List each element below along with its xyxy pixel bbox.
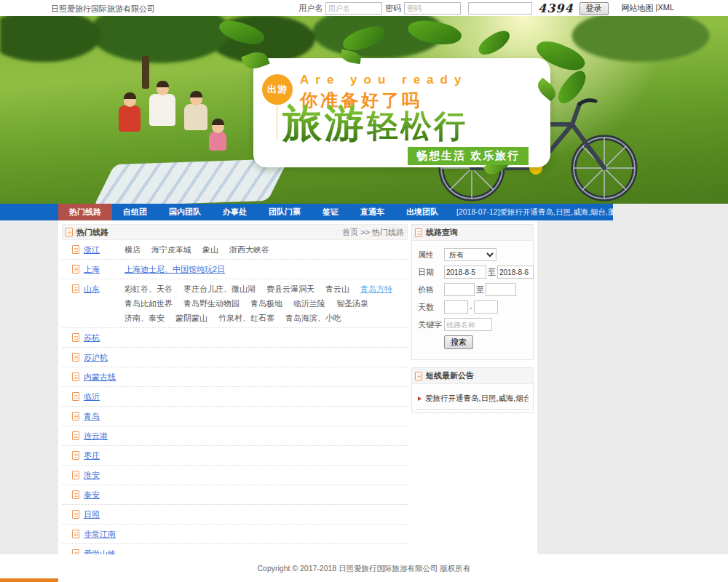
route-row: 临沂 (62, 387, 408, 407)
nav-item-2[interactable]: 国内团队 (158, 204, 212, 220)
region-link[interactable]: 日照 (84, 509, 124, 520)
route-subitems: 横店海宁皮革城象山浙西大峡谷 (124, 244, 408, 255)
route-subitem[interactable]: 彩虹谷、天谷 (124, 284, 173, 295)
content-area: 热门线路 首页 >> 热门线路 浙江横店海宁皮革城象山浙西大峡谷上海上海迪士尼、… (58, 220, 537, 554)
sidebar: 线路查询 属性 所有 日期 至 价格 至 (411, 224, 534, 551)
search-button[interactable]: 搜索 (444, 335, 473, 349)
footer: Copyright © 2017-2018 日照爱旅行国际旅游有限公司 版权所有 (0, 554, 728, 582)
nav-item-1[interactable]: 自组团 (112, 204, 158, 220)
region-link[interactable]: 内蒙古线 (84, 372, 124, 383)
route-subitem[interactable]: 横店 (124, 244, 141, 255)
route-row: 苏沪杭 (62, 348, 408, 367)
route-subitem[interactable]: 上海迪士尼、中国馆纯玩2日 (124, 264, 225, 275)
date-from-input[interactable] (444, 266, 486, 279)
days-label: 天数 (418, 302, 444, 313)
document-icon (72, 392, 79, 401)
region-link[interactable]: 泰安 (84, 490, 124, 501)
hero-card: 出游 Are you ready 你准备好了吗 旅游 轻松行 畅想生活 欢乐旅行 (253, 58, 550, 167)
document-icon (72, 510, 79, 519)
top-bar: 日照爱旅行国际旅游有限公司 用户名 密码 4394 登录 网站地图 |XML (0, 0, 728, 16)
region-link[interactable]: 连云港 (84, 431, 124, 442)
days-from-input[interactable] (444, 300, 468, 314)
route-row: 枣庄 (62, 446, 408, 466)
route-row: 泰安 (62, 485, 408, 505)
route-subitem[interactable]: 费县云瀑洞天 (266, 284, 314, 295)
breadcrumb[interactable]: 首页 >> 热门线路 (342, 227, 404, 238)
notice-item: 爱旅行开通青岛,日照,威海,烟台,蓬莱... (416, 390, 529, 410)
nav-item-3[interactable]: 办事处 (212, 204, 258, 220)
route-subitem[interactable]: 竹泉村、红石寨 (218, 313, 274, 324)
route-subitem[interactable]: 浙西大峡谷 (229, 244, 269, 255)
footer-accent-bar (0, 578, 58, 582)
keyword-input[interactable] (444, 318, 492, 331)
nav-news-ticker[interactable]: [2018-07-12]爱旅行开通青岛,日照,威海,烟台,蓬莱,连云港金品五日.… (456, 204, 613, 220)
nav-items: 热门线路自组团国内团队办事处团队门票签证直通车出境团队 (58, 204, 449, 220)
price-label: 价格 (418, 284, 444, 295)
document-icon (72, 412, 79, 420)
copyright-text: Copyright © 2017-2018 日照爱旅行国际旅游有限公司 版权所有 (0, 564, 728, 574)
route-subitem[interactable]: 智圣汤泉 (336, 298, 368, 309)
notice-link[interactable]: 爱旅行开通青岛,日照,威海,烟台,蓬莱... (425, 394, 529, 404)
attribute-select[interactable]: 所有 (444, 248, 496, 261)
region-link[interactable]: 青岛 (84, 411, 124, 422)
captcha-input[interactable] (468, 2, 532, 15)
hero-tagline-en: Are you ready (300, 73, 467, 87)
region-link[interactable]: 枣庄 (84, 450, 124, 461)
xml-link[interactable]: |XML (656, 3, 674, 14)
nav-item-4[interactable]: 团队门票 (258, 204, 312, 220)
route-subitem[interactable]: 青岛方特 (360, 284, 392, 295)
keyword-label: 关键字 (418, 319, 444, 330)
sitemap-link[interactable]: 网站地图 (622, 3, 654, 14)
route-subitem[interactable]: 蒙阴蒙山 (175, 313, 207, 324)
route-row: 日照 (62, 505, 408, 525)
route-subitem[interactable]: 青岛极地 (250, 298, 282, 309)
route-row: 浙江横店海宁皮革城象山浙西大峡谷 (62, 240, 408, 260)
price-to-label: 至 (476, 284, 484, 295)
route-row: 上海上海迪士尼、中国馆纯玩2日 (62, 260, 408, 279)
region-link[interactable]: 浙江 (84, 244, 124, 255)
password-input[interactable] (404, 2, 461, 15)
region-link[interactable]: 淮安 (84, 470, 124, 481)
nav-item-5[interactable]: 签证 (312, 204, 349, 220)
route-search-title: 线路查询 (426, 227, 458, 238)
route-subitems: 上海迪士尼、中国馆纯玩2日 (124, 264, 408, 275)
price-from-input[interactable] (444, 283, 475, 296)
nav-item-0[interactable]: 热门线路 (58, 204, 112, 220)
document-icon (415, 372, 422, 380)
nav-item-6[interactable]: 直通车 (349, 204, 395, 220)
route-row: 非常江南 (62, 525, 408, 544)
document-icon (72, 284, 79, 293)
document-icon (66, 228, 73, 236)
main-navigation: 热门线路自组团国内团队办事处团队门票签证直通车出境团队 [2018-07-12]… (0, 204, 613, 220)
region-link[interactable]: 非常江南 (84, 529, 124, 540)
document-icon (72, 490, 79, 499)
route-subitem[interactable]: 青岛野生动物园 (183, 298, 240, 309)
document-icon (72, 431, 79, 440)
route-subitem[interactable]: 象山 (202, 244, 218, 255)
route-search-header: 线路查询 (412, 225, 533, 241)
region-link[interactable]: 临沂 (84, 391, 124, 402)
document-icon (72, 530, 79, 538)
region-link[interactable]: 苏沪杭 (84, 352, 124, 363)
hot-routes-panel: 热门线路 首页 >> 热门线路 浙江横店海宁皮革城象山浙西大峡谷上海上海迪士尼、… (62, 224, 408, 551)
region-link[interactable]: 上海 (84, 264, 124, 275)
route-subitem[interactable]: 青岛海滨、小吃 (285, 313, 341, 324)
route-subitem[interactable]: 临沂兰陵 (293, 298, 325, 309)
route-subitem[interactable]: 青云山 (325, 284, 349, 295)
region-link[interactable]: 山东 (84, 284, 124, 295)
days-to-input[interactable] (474, 300, 498, 314)
route-subitem[interactable]: 枣庄台儿庄、微山湖 (183, 284, 256, 295)
price-to-input[interactable] (486, 283, 516, 296)
hero-banner: 出游 Are you ready 你准备好了吗 旅游 轻松行 畅想生活 欢乐旅行 (0, 16, 728, 204)
route-row: 苏杭 (62, 328, 408, 348)
route-subitem[interactable]: 青岛比如世界 (124, 298, 173, 309)
route-subitem[interactable]: 济南、泰安 (124, 313, 165, 324)
attribute-label: 属性 (418, 250, 444, 260)
site-links: 网站地图 |XML (622, 3, 674, 14)
route-subitem[interactable]: 海宁皮革城 (151, 244, 191, 255)
date-to-input[interactable] (497, 266, 534, 279)
region-link[interactable]: 苏杭 (84, 332, 124, 343)
login-button[interactable]: 登录 (579, 2, 609, 15)
username-input[interactable] (325, 2, 382, 15)
nav-item-7[interactable]: 出境团队 (395, 204, 449, 220)
